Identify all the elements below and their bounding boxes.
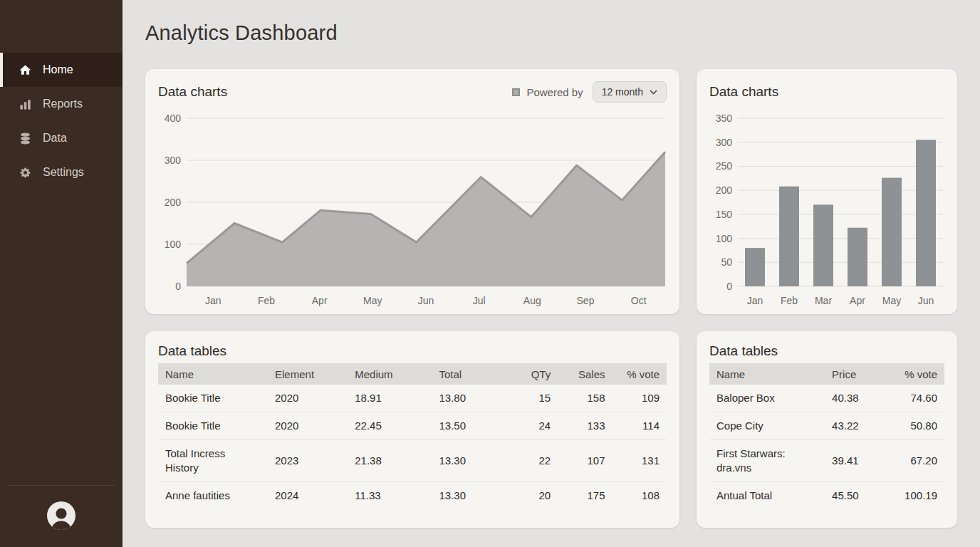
table-cell: 107 — [558, 440, 612, 482]
table-cell: 2020 — [268, 385, 348, 412]
table-row: Cope City43.2250.80 — [709, 412, 944, 440]
sidebar-nav: Home Reports — [0, 53, 123, 189]
table-row: Antual Total45.50100.19 — [709, 482, 944, 510]
table-cell: 18.91 — [348, 385, 432, 412]
svg-text:100: 100 — [165, 239, 182, 250]
column-header: Sales — [558, 363, 612, 385]
svg-text:Jul: Jul — [473, 295, 486, 306]
table-row: Baloper Box40.3874.60 — [709, 385, 944, 412]
dashboard-grid: Data charts Powered by 12 month — [145, 69, 957, 528]
svg-text:Aug: Aug — [523, 295, 541, 306]
card-title: Data charts — [709, 84, 778, 100]
sidebar-item-data[interactable]: Data — [0, 121, 123, 155]
sidebar: Home Reports — [0, 0, 123, 547]
table-cell: 108 — [612, 482, 667, 510]
table-row: Bookie Title202018.9113.8015158109 — [158, 385, 667, 412]
table-cell: 22.45 — [348, 412, 432, 440]
table-cell: 13.50 — [432, 412, 507, 440]
column-header: Medium — [348, 363, 432, 385]
table-row: Total Incress History202321.3813.3022107… — [158, 440, 667, 482]
area-chart-card: Data charts Powered by 12 month — [145, 69, 679, 314]
column-header: Total — [432, 363, 507, 385]
chevron-down-icon — [650, 86, 657, 98]
column-header: Name — [709, 363, 825, 385]
chart-controls: Powered by 12 month — [512, 81, 667, 103]
table-cell: Baloper Box — [709, 385, 825, 412]
table-cell: 133 — [558, 412, 612, 440]
table-cell: 24 — [508, 412, 558, 440]
table-cell: 21.38 — [348, 440, 432, 482]
gear-icon — [19, 166, 32, 179]
table-header-row: NamePrice% vote — [709, 363, 944, 385]
svg-text:Jun: Jun — [418, 295, 434, 306]
table-cell: 13.30 — [432, 482, 507, 510]
card-header: Data charts Powered by 12 month — [158, 81, 667, 103]
svg-text:Apr: Apr — [312, 295, 328, 306]
bar-chart-icon — [19, 98, 32, 111]
svg-text:100: 100 — [716, 233, 733, 244]
svg-text:Jun: Jun — [918, 295, 934, 306]
data-table-card-right: Data tables NamePrice% voteBaloper Box40… — [697, 331, 957, 528]
table-cell: 100.19 — [890, 482, 944, 510]
column-header: QTy — [508, 363, 558, 385]
bar-chart-card: Data charts 050100150200250300350JanFebM… — [697, 69, 957, 314]
table-row: Bookie Title202022.4513.5024133114 — [158, 412, 667, 440]
table-cell: 2024 — [268, 482, 348, 510]
table-cell: 2020 — [268, 412, 348, 440]
svg-text:Apr: Apr — [850, 295, 865, 306]
area-chart: 0100200300400JanFebAprMayJunJulAugSepOct — [158, 107, 667, 309]
table-cell: 20 — [508, 482, 558, 510]
svg-text:Sep: Sep — [577, 295, 595, 306]
period-dropdown-value: 12 month — [602, 86, 643, 98]
sidebar-footer — [0, 485, 123, 547]
svg-text:May: May — [882, 295, 901, 306]
sidebar-item-home[interactable]: Home — [0, 53, 123, 87]
table-cell: 13.80 — [432, 385, 507, 412]
period-dropdown[interactable]: 12 month — [593, 81, 667, 103]
svg-text:Oct: Oct — [631, 295, 647, 306]
table-row: First Starwars: dra.vns39.4167.20 — [709, 440, 944, 482]
main-content: Analytics Dashboard Data charts Powered … — [123, 0, 980, 547]
column-header: % vote — [890, 363, 944, 385]
svg-text:250: 250 — [716, 160, 733, 172]
svg-text:350: 350 — [716, 113, 733, 124]
table-header-row: NameElementMediumTotalQTySales% vote — [158, 363, 667, 385]
legend-text: Powered by — [526, 86, 583, 98]
sidebar-item-label: Data — [43, 132, 67, 145]
svg-text:Feb: Feb — [781, 295, 798, 306]
table-cell: Anne fautities — [158, 482, 268, 510]
table-cell: 109 — [612, 385, 667, 412]
legend-square-icon — [512, 88, 520, 96]
table-cell: Total Incress History — [158, 440, 268, 482]
table-cell: Bookie Title — [158, 385, 268, 412]
column-header: Price — [825, 363, 890, 385]
table-cell: 74.60 — [890, 385, 944, 412]
column-header: Name — [158, 363, 268, 385]
column-header: Element — [268, 363, 348, 385]
table-cell: 67.20 — [890, 440, 944, 482]
table-cell: 45.50 — [825, 482, 890, 510]
table-cell: 175 — [558, 482, 612, 510]
sidebar-item-settings[interactable]: Settings — [0, 155, 123, 189]
column-header: % vote — [612, 363, 667, 385]
card-title: Data charts — [158, 84, 227, 100]
svg-text:Feb: Feb — [258, 295, 275, 306]
svg-text:50: 50 — [721, 256, 732, 268]
sidebar-item-reports[interactable]: Reports — [0, 87, 123, 121]
table-cell: 13.30 — [432, 440, 507, 482]
svg-text:300: 300 — [165, 155, 182, 166]
svg-text:400: 400 — [165, 113, 182, 124]
table-cell: 50.80 — [890, 412, 944, 440]
table-row: Anne fautities202411.3313.3020175108 — [158, 482, 667, 510]
svg-text:0: 0 — [175, 281, 181, 292]
table-cell: 39.41 — [825, 440, 890, 482]
user-avatar-icon[interactable] — [46, 500, 77, 531]
svg-text:0: 0 — [726, 281, 732, 292]
table-cell: 114 — [612, 412, 667, 440]
sidebar-divider — [7, 485, 115, 486]
home-icon — [19, 63, 32, 77]
svg-text:Jan: Jan — [205, 295, 221, 306]
svg-text:200: 200 — [716, 184, 733, 196]
data-table-left: NameElementMediumTotalQTySales% voteBook… — [158, 363, 667, 509]
svg-text:Mar: Mar — [815, 295, 832, 306]
